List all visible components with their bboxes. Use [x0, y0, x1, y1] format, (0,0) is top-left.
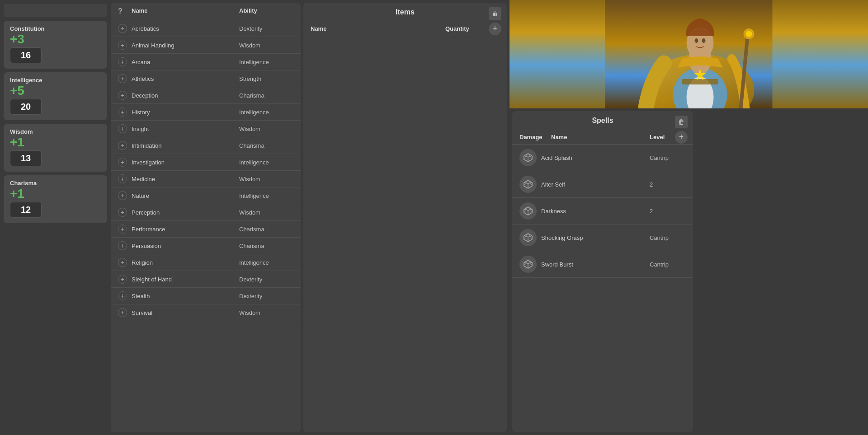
skill-add-button[interactable]: +	[118, 191, 127, 200]
spells-add-button[interactable]: +	[675, 131, 688, 144]
ability-modifier-wisdom: +1	[10, 136, 24, 149]
skill-name: Performance	[132, 226, 239, 233]
skill-add-button[interactable]: +	[118, 225, 127, 234]
svg-marker-22	[528, 182, 532, 188]
skill-add-button[interactable]: +	[118, 124, 127, 133]
skill-row: + Acrobatics Dexterity	[111, 20, 301, 37]
skill-row: + Athletics Strength	[111, 70, 301, 87]
svg-marker-16	[528, 156, 532, 162]
spell-row: Acid Splash Cantrip	[512, 145, 693, 171]
skill-row: + Insight Wisdom	[111, 121, 301, 137]
ability-score-constitution[interactable]: 16	[10, 47, 42, 63]
spell-icon	[519, 229, 537, 246]
skill-add-button[interactable]: +	[118, 24, 127, 33]
spell-name: Shocking Grasp	[541, 234, 650, 241]
ability-name-constitution: Constitution	[10, 25, 45, 32]
skill-ability: Dexterity	[239, 293, 293, 299]
items-columns-header: Name Quantity +	[303, 22, 507, 36]
items-delete-button[interactable]: 🗑	[489, 7, 501, 20]
right-section: Spells 🗑 Damage Name Level + Acid Splash…	[509, 0, 868, 435]
skills-panel: ? Name Ability + Acrobatics Dexterity + …	[111, 3, 301, 432]
skill-name: Medicine	[132, 176, 239, 182]
skill-add-button[interactable]: +	[118, 291, 127, 300]
skill-ability: Charisma	[239, 243, 293, 249]
skill-add-button[interactable]: +	[118, 158, 127, 167]
spell-level: Cantrip	[650, 154, 686, 161]
skill-row: + Investigation Intelligence	[111, 154, 301, 171]
skill-add-button[interactable]: +	[118, 208, 127, 217]
ability-card-wisdom: Wisdom +1 13	[4, 124, 107, 172]
skill-ability: Charisma	[239, 226, 293, 233]
spells-list: Acid Splash Cantrip Alter Self 2 Darknes…	[512, 145, 693, 278]
skill-name: Deception	[132, 92, 239, 99]
skill-name: Sleight of Hand	[132, 276, 239, 283]
skill-add-button[interactable]: +	[118, 241, 127, 250]
svg-marker-33	[524, 236, 528, 242]
skill-add-button[interactable]: +	[118, 258, 127, 267]
skills-ability-header: Ability	[239, 7, 293, 15]
ability-card-top-partial	[4, 4, 107, 17]
skill-row: + Animal Handling Wisdom	[111, 37, 301, 54]
ability-card-intelligence: Intelligence +5 20	[4, 72, 107, 120]
skills-name-header: Name	[132, 7, 239, 15]
items-title: Items	[396, 8, 415, 16]
skills-proficiency-header: ?	[118, 7, 132, 15]
skill-row: + Stealth Dexterity	[111, 288, 301, 304]
spells-damage-col: Damage	[519, 134, 551, 140]
skill-add-button[interactable]: +	[118, 275, 127, 284]
svg-marker-34	[528, 236, 532, 242]
spell-row: Shocking Grasp Cantrip	[512, 225, 693, 251]
skill-add-button[interactable]: +	[118, 141, 127, 150]
spell-name: Darkness	[541, 208, 650, 215]
spell-name: Sword Burst	[541, 261, 650, 268]
skill-row: + Performance Charisma	[111, 221, 301, 238]
skill-row: + Arcana Intelligence	[111, 54, 301, 70]
skill-ability: Wisdom	[239, 42, 293, 49]
skill-add-button[interactable]: +	[118, 108, 127, 117]
skill-add-button[interactable]: +	[118, 41, 127, 50]
skill-add-button[interactable]: +	[118, 308, 127, 317]
skill-name: History	[132, 109, 239, 116]
spell-row: Alter Self 2	[512, 171, 693, 198]
skill-ability: Intelligence	[239, 192, 293, 199]
skill-add-button[interactable]: +	[118, 74, 127, 83]
skill-name: Investigation	[132, 159, 239, 166]
ability-score-wisdom[interactable]: 13	[10, 150, 42, 166]
skill-name: Stealth	[132, 293, 239, 299]
spell-icon	[519, 202, 537, 220]
spell-icon	[519, 149, 537, 166]
ability-card-constitution: Constitution +3 16	[4, 21, 107, 69]
skill-ability: Dexterity	[239, 276, 293, 283]
skill-add-button[interactable]: +	[118, 91, 127, 100]
skills-list: + Acrobatics Dexterity + Animal Handling…	[111, 20, 301, 321]
svg-marker-27	[524, 209, 528, 215]
ability-score-charisma[interactable]: 12	[10, 202, 42, 218]
spells-name-col: Name	[551, 134, 650, 140]
items-body	[303, 36, 507, 432]
svg-marker-21	[524, 182, 528, 188]
ability-score-intelligence[interactable]: 20	[10, 99, 42, 115]
skills-header: ? Name Ability	[111, 3, 301, 20]
skill-row: + Perception Wisdom	[111, 204, 301, 221]
svg-marker-39	[524, 262, 528, 268]
spell-name: Alter Self	[541, 181, 650, 188]
svg-rect-4	[682, 79, 718, 84]
skill-row: + Intimidation Charisma	[111, 137, 301, 154]
skill-ability: Wisdom	[239, 176, 293, 182]
skill-ability: Intelligence	[239, 159, 293, 166]
skill-add-button[interactable]: +	[118, 57, 127, 66]
portrait-illustration	[509, 0, 868, 108]
spell-level: 2	[650, 208, 686, 215]
spells-delete-button[interactable]: 🗑	[675, 116, 688, 128]
items-add-button[interactable]: +	[489, 23, 501, 35]
skill-name: Acrobatics	[132, 25, 239, 32]
spells-columns-header: Damage Name Level +	[512, 130, 693, 145]
spell-row: Darkness 2	[512, 198, 693, 225]
skill-name: Insight	[132, 126, 239, 132]
skill-name: Arcana	[132, 59, 239, 65]
skill-ability: Intelligence	[239, 259, 293, 266]
items-header: Items 🗑	[303, 3, 507, 22]
character-portrait	[509, 0, 868, 108]
skill-add-button[interactable]: +	[118, 174, 127, 183]
skill-name: Survival	[132, 309, 239, 316]
